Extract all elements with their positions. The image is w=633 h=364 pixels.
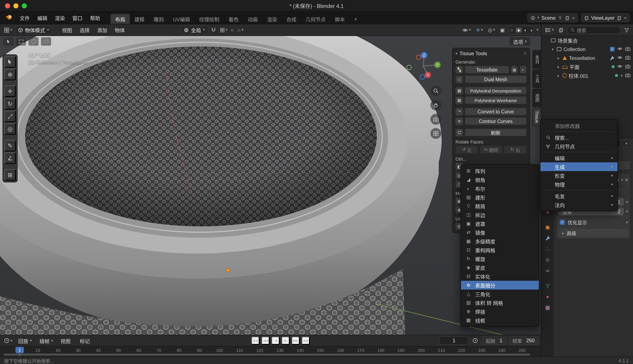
rotate-tool[interactable] [4, 98, 16, 110]
view-menu[interactable]: 视图 [57, 336, 76, 345]
frame-end-field[interactable]: 结束250 [509, 336, 538, 345]
category-deform[interactable]: 形变 ▸ [540, 171, 617, 180]
npanel-tab-view[interactable]: 视图 [532, 89, 541, 107]
zoom-icon[interactable] [430, 85, 441, 96]
lasso-select-icon[interactable] [41, 37, 51, 46]
workspace-shading[interactable]: 着色 [224, 14, 243, 24]
menu-help[interactable]: 帮助 [86, 13, 104, 22]
object-visibility-button[interactable]: ▾ [461, 26, 472, 34]
outliner-filter-icon[interactable] [623, 26, 630, 33]
shading-material[interactable]: ◐ [524, 28, 527, 32]
scale-tool[interactable] [4, 110, 16, 122]
npanel-tab-item[interactable]: 条目 [532, 50, 541, 68]
outliner-display-mode-icon[interactable] [557, 26, 564, 33]
animate-dot-icon[interactable] [626, 221, 628, 223]
generate-menu-item[interactable]: ◈ 蒙皮 [461, 263, 539, 272]
remove-modifier-icon[interactable]: × [625, 177, 628, 183]
mode-selector[interactable]: 物体模式 ▾ [15, 26, 52, 34]
new-view-layer-icon[interactable] [617, 15, 622, 20]
disable-render-camera-icon[interactable] [625, 72, 630, 79]
shading-rendered[interactable]: ◑ [530, 28, 532, 32]
hide-viewport-eye-icon[interactable] [617, 46, 622, 52]
particles-tab[interactable] [541, 244, 554, 254]
view-menu[interactable]: 视图 [58, 25, 76, 34]
generate-menu-item[interactable]: ↻ 螺旋 [461, 254, 539, 263]
refresh-button[interactable]: 刷新 [465, 128, 527, 136]
hide-viewport-eye-icon[interactable] [617, 64, 622, 70]
workspace-modeling[interactable]: 建模 [130, 14, 149, 24]
generate-menu-item[interactable]: ◐ 布尔 [461, 184, 539, 193]
shading-solid[interactable]: ● [515, 28, 522, 32]
outliner-row[interactable]: ▸ 柱体.001 ✓ ▾ [541, 71, 633, 80]
tool-options-button[interactable]: 选项▾ [510, 37, 530, 46]
tessellate-sphere-option-button[interactable]: ◐ [519, 66, 527, 74]
workspace-geometry-nodes[interactable]: 几何节点 [301, 14, 330, 24]
menu-edit[interactable]: 编辑 [34, 13, 51, 22]
generate-menu-item[interactable]: ▦ 多级精度 [461, 237, 539, 246]
properties-filter-button[interactable]: ▾ [622, 140, 630, 147]
select-box-tool[interactable] [4, 56, 16, 68]
animate-dot-icon[interactable] [626, 210, 628, 212]
select-menu[interactable]: 选择 [76, 25, 93, 34]
view-layer-selector[interactable]: ViewLayer × [581, 14, 630, 22]
physics-tab[interactable] [541, 254, 554, 265]
tessellate-grid-option-button[interactable]: ▦ [511, 66, 518, 74]
polyhedral-decomposition-button[interactable]: Polyhedral Decomposition [465, 86, 527, 94]
constraints-tab[interactable] [541, 265, 554, 276]
workspace-scripting[interactable]: 脚本 [330, 14, 350, 24]
disable-render-camera-icon[interactable] [625, 64, 630, 70]
3d-viewport[interactable]: 选项▾ 用户透视 (1) Collection | Tessellation [0, 36, 541, 335]
play-button[interactable]: ▶ [281, 336, 290, 345]
convert-to-curve-button[interactable]: Convert to Curve [465, 108, 527, 116]
contour-curves-button[interactable]: Contour Curves [465, 117, 527, 125]
workspace-sculpting[interactable]: 雕刻 [149, 14, 168, 24]
generate-menu-item[interactable]: ⊞ 阵列 [461, 166, 539, 175]
object-menu[interactable]: 物体 [111, 25, 129, 34]
transform-orientation-selector[interactable]: 全局 ▾ [180, 26, 208, 34]
outliner-row[interactable]: ▸ 平面 ✓ ▾ [541, 62, 633, 71]
keying-menu[interactable]: 插帧▾ [36, 336, 57, 345]
workspace-uv-editing[interactable]: UV编辑 [168, 14, 195, 24]
shading-settings-chevron-icon[interactable]: ▾ [536, 28, 538, 32]
generate-menu-item[interactable]: ▧ 体积 转 网格 [461, 298, 539, 307]
category-hair[interactable]: 毛发 ▸ [540, 192, 617, 200]
tessellate-button[interactable]: Tessellate [465, 66, 509, 74]
timeline-scrollbar[interactable] [3, 354, 530, 356]
advanced-subpanel-header[interactable]: ▸ 高级 [559, 229, 628, 237]
blender-logo-icon[interactable] [5, 14, 13, 22]
menu-render[interactable]: 渲染 [51, 13, 69, 22]
transform-tool[interactable] [4, 123, 16, 135]
outliner-row[interactable]: ▾ Collection ✓ ▾ [541, 45, 633, 54]
disclosure-icon[interactable]: ▸ [556, 74, 560, 78]
marker-menu[interactable]: 标记 [76, 336, 95, 345]
new-scene-icon[interactable] [565, 15, 570, 20]
proportional-editing-toggle[interactable]: ○ [229, 26, 235, 34]
object-data-tab[interactable] [541, 280, 554, 291]
workspace-compositing[interactable]: 合成 [282, 14, 301, 24]
animate-dot-icon[interactable] [626, 201, 628, 203]
outliner-row[interactable]: 场景集合 ✓ ▾ [541, 36, 633, 45]
geometry-nodes-item[interactable]: 几何节点 [540, 142, 617, 150]
camera-view-icon[interactable] [430, 114, 441, 125]
disable-render-camera-icon[interactable] [625, 46, 630, 52]
disclosure-icon[interactable]: ▾ [550, 47, 555, 51]
category-physics[interactable]: 物理 ▸ [540, 180, 617, 189]
frame-start-field[interactable]: 起始1 [482, 336, 506, 345]
next-keyframe-button[interactable]: ▶▶ [291, 336, 300, 345]
pin-icon[interactable] [558, 15, 563, 20]
outliner-row[interactable]: ▸ Tessellation ✓ ▾ [541, 54, 633, 62]
editor-type-button[interactable]: ▾ [3, 26, 14, 34]
proportional-falloff-button[interactable]: ∩▾ [236, 26, 245, 34]
current-frame-field[interactable]: 1 [439, 336, 469, 345]
generate-menu-item[interactable]: ⊚ 表面细分 [461, 281, 539, 290]
tweak-select-icon[interactable] [3, 37, 14, 46]
unlink-scene-icon[interactable]: × [572, 15, 575, 21]
rotate-left-button[interactable]: ↺左 [455, 146, 478, 154]
playhead[interactable]: 1 [16, 347, 24, 353]
generate-menu-item[interactable]: ▣ 遮罩 [461, 219, 539, 228]
jump-to-start-button[interactable]: ▮◀ [251, 336, 260, 345]
category-edit[interactable]: 编辑 ▸ [540, 154, 617, 162]
texture-tab[interactable] [541, 302, 554, 313]
play-reverse-button[interactable]: ◀ [271, 336, 280, 345]
workspace-animation[interactable]: 动画 [243, 14, 263, 24]
